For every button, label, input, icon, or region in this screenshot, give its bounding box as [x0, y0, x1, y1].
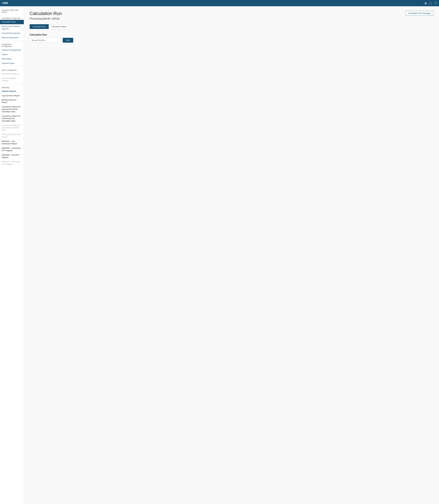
title-area: Calculation Run Processing Month: 2/2018	[30, 11, 62, 24]
sidebar-item-payment-types[interactable]: Payment Types	[0, 61, 24, 65]
tab-calculation-status[interactable]: Calculation Status	[49, 24, 70, 29]
tabs: Calculation Run Calculation Status	[30, 24, 433, 29]
processing-month: Processing Month: 2/2018	[30, 17, 62, 20]
section-reporting-label: Reporting	[0, 85, 24, 89]
layout: Corporate Entity: New Mexico Calculation…	[0, 6, 439, 504]
sidebar-item-retroactivity-settings: Retroactivity Settings	[0, 72, 24, 76]
help-icon[interactable]: ⓘ	[434, 2, 437, 5]
user-icon[interactable]: ◯	[429, 2, 432, 5]
processing-month-label: Processing Month:	[30, 17, 51, 20]
sidebar-item-comparison-preliminary[interactable]: Comparison Report for Preliminary Run Ca…	[0, 114, 24, 123]
calculation-run-manager-button[interactable]: Calculation Run Manager	[405, 11, 433, 16]
processing-month-value: 2/2018	[51, 17, 59, 20]
sidebar: Corporate Entity: New Mexico Calculation…	[0, 6, 24, 504]
sidebar-item-cap-summary-report[interactable]: Cap Summary Report	[0, 93, 24, 98]
corporate-entity-label: Corporate Entity: New Mexico	[0, 7, 24, 14]
sidebar-item-member-eligibility-settings: Member Eligibility Settings	[0, 76, 24, 83]
sidebar-item-nm10940-final[interactable]: NM10940 - Final EFT Register	[0, 153, 24, 160]
sidebar-item-retroactivity-summary: Retroactivity Summary Report	[0, 132, 24, 139]
sidebar-item-calculation-runs[interactable]: Calculation Runs	[0, 20, 24, 24]
topnav: VBR ▣ ◯ ⓘ	[0, 0, 439, 6]
section-arrangement-label: Arrangement Configuration	[0, 42, 24, 48]
sidebar-item-review-calc[interactable]: Review Calc Results & Approve	[0, 24, 24, 31]
brand-logo: VBR	[2, 2, 8, 5]
sidebar-item-tableau-reports[interactable]: Tableau Reports	[0, 89, 24, 93]
page-title: Calculation Run	[30, 11, 62, 16]
sidebar-item-manual-adjustments[interactable]: Manual Adjustments	[0, 36, 24, 40]
sidebar-item-nm10932: NM10932 - Final Open Item Register	[0, 160, 24, 167]
sidebar-item-nm10940-preliminary[interactable]: NM10940 - Preliminary EFT Register	[0, 146, 24, 153]
sidebar-item-payment-arrangements[interactable]: Payment Arrangements	[0, 48, 24, 52]
sidebar-item-nm10931[interactable]: NM10931 - Cap Distribution Report	[0, 139, 24, 146]
sidebar-item-rate-tables[interactable]: Rate Tables	[0, 57, 24, 61]
calc-run-row: Run	[30, 38, 433, 43]
sidebar-item-comparison-approved-financial[interactable]: Comparison Report for Approved Financial…	[0, 105, 24, 114]
section-calculations-label: Calculations & Approvals	[0, 15, 24, 20]
sidebar-item-membership-error-report[interactable]: Membership Error Report	[0, 98, 24, 105]
camera-icon[interactable]: ▣	[425, 2, 427, 5]
calc-run-section: Calculation Run Run	[30, 34, 433, 43]
sidebar-item-comparison-approved: Comparison Report for Approved Calculati…	[0, 123, 24, 132]
sidebar-item-payees[interactable]: Payees	[0, 52, 24, 57]
main-header: Calculation Run Processing Month: 2/2018…	[30, 11, 433, 24]
run-button[interactable]: Run	[63, 38, 73, 43]
section-rules-label: Rules Configuration	[0, 67, 24, 72]
topnav-icons: ▣ ◯ ⓘ	[425, 2, 437, 5]
calc-run-section-label: Calculation Run	[30, 34, 433, 36]
tab-calculation-run[interactable]: Calculation Run	[30, 24, 49, 29]
main-content: Calculation Run Processing Month: 2/2018…	[24, 6, 439, 504]
calc-run-input[interactable]	[30, 38, 61, 43]
sidebar-item-financial-recoupment[interactable]: Financial Recoupment	[0, 31, 24, 36]
